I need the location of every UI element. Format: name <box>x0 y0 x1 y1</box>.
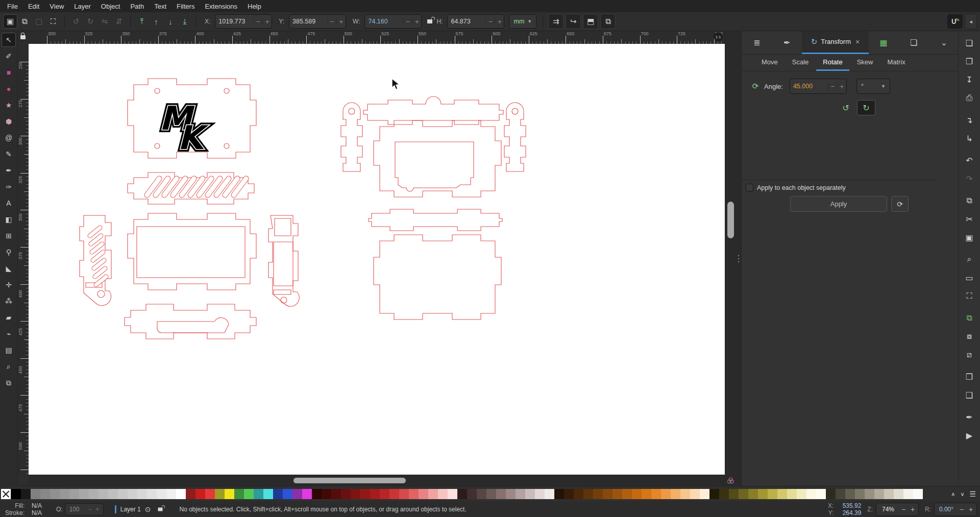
x-minus-button[interactable]: − <box>253 18 262 26</box>
palette-swatch[interactable] <box>574 489 583 499</box>
tool-node-editor[interactable]: ✐ <box>2 49 16 63</box>
cut-path[interactable] <box>274 242 293 286</box>
palette-swatch[interactable] <box>448 489 457 499</box>
palette-swatch[interactable] <box>263 489 273 499</box>
duplicate-button[interactable]: ⧉ <box>962 310 977 326</box>
w-minus-button[interactable]: − <box>403 18 412 26</box>
palette-swatch[interactable] <box>157 489 166 499</box>
apply-separately-row[interactable]: Apply to each object separately <box>746 184 846 191</box>
screw-hole[interactable] <box>512 108 518 114</box>
palette-swatch[interactable] <box>903 489 913 499</box>
palette-swatch[interactable] <box>283 489 292 499</box>
y-plus-button[interactable]: + <box>336 18 346 26</box>
palette-swatch[interactable] <box>913 489 923 499</box>
rotate-ccw-button[interactable]: ↺ <box>69 14 83 29</box>
palette-swatch[interactable] <box>797 489 806 499</box>
tool-text[interactable]: A <box>2 196 16 210</box>
palette-swatch[interactable] <box>874 489 884 499</box>
save-document-button[interactable]: ↧ <box>962 72 977 87</box>
tool-pen[interactable]: ✒ <box>2 163 16 178</box>
undo-button[interactable]: ↶ <box>962 153 977 168</box>
screw-hole[interactable] <box>281 297 287 303</box>
cut-path[interactable] <box>374 120 501 197</box>
menu-item[interactable]: Help <box>242 1 266 12</box>
palette-swatch[interactable] <box>758 489 768 499</box>
rotate-clockwise-button[interactable]: ↻ <box>857 100 875 115</box>
palette-swatch[interactable] <box>603 489 612 499</box>
angle-field[interactable]: 45.000 − + <box>790 79 847 94</box>
import-button[interactable]: ↴ <box>962 112 977 128</box>
ungroup-button[interactable]: ❑ <box>962 387 977 403</box>
cut-path[interactable] <box>157 317 229 333</box>
select-all-button[interactable]: ▣ <box>3 14 17 29</box>
no-color-swatch[interactable] <box>1 489 11 499</box>
tool-pencil[interactable]: ✎ <box>2 147 16 161</box>
y-minus-button[interactable]: − <box>327 18 336 26</box>
palette-swatch[interactable] <box>516 489 525 499</box>
drawing-svg[interactable]: M K M K <box>29 44 725 475</box>
raise-button[interactable]: ↑ <box>149 14 163 29</box>
palette-swatch[interactable] <box>661 489 671 499</box>
palette-swatch[interactable] <box>118 489 128 499</box>
palette-swatch[interactable] <box>341 489 351 499</box>
tool-measure[interactable]: ⧉ <box>2 376 16 390</box>
palette-swatch[interactable] <box>768 489 777 499</box>
palette-swatch[interactable] <box>700 489 709 499</box>
flip-vertical-button[interactable]: ⇵ <box>112 14 126 29</box>
apply-separately-checkbox[interactable] <box>746 184 753 191</box>
palette-swatch[interactable] <box>21 489 31 499</box>
zoom-plus-button[interactable]: + <box>908 505 917 513</box>
screw-hole[interactable] <box>155 88 160 93</box>
angle-plus-button[interactable]: + <box>837 83 846 90</box>
palette-swatch[interactable] <box>622 489 632 499</box>
tool-spray[interactable]: ⁂ <box>2 294 16 308</box>
x-plus-button[interactable]: + <box>262 18 272 26</box>
palette-swatch[interactable] <box>719 489 729 499</box>
palette-swatch[interactable] <box>564 489 574 499</box>
tool-zoom[interactable]: ⌕ <box>2 359 16 374</box>
palette-swatch[interactable] <box>322 489 331 499</box>
screw-hole[interactable] <box>224 143 229 149</box>
palette-swatch[interactable] <box>545 489 554 499</box>
palette-swatch[interactable] <box>525 489 535 499</box>
snap-toggle-button[interactable]: ⊃ % <box>947 14 963 29</box>
menu-item[interactable]: Layer <box>69 1 96 12</box>
cut-path[interactable] <box>268 215 299 306</box>
tool-eraser[interactable]: ▰ <box>2 310 16 325</box>
units-dropdown[interactable]: mm ▼ <box>509 14 536 29</box>
palette-swatch[interactable] <box>128 489 137 499</box>
menu-item[interactable]: File <box>2 1 23 12</box>
h-minus-button[interactable]: − <box>485 18 495 26</box>
redo-button[interactable]: ↷ <box>962 171 977 186</box>
cut-path[interactable] <box>369 209 502 231</box>
palette-swatch[interactable] <box>826 489 836 499</box>
layer-lock-icon[interactable] <box>158 507 163 511</box>
zoom-selection-button[interactable]: ⛶ <box>962 288 977 304</box>
color-management-icon[interactable] <box>725 475 736 486</box>
palette-swatch[interactable] <box>457 489 467 499</box>
palette-swatch[interactable] <box>438 489 448 499</box>
palette-swatch[interactable] <box>593 489 603 499</box>
palette-swatch[interactable] <box>535 489 545 499</box>
deselect-button[interactable]: ▢ <box>32 14 46 29</box>
palette-swatch[interactable] <box>99 489 108 499</box>
panel-splitter[interactable] <box>736 31 741 486</box>
palette-swatch[interactable] <box>215 489 225 499</box>
cut-path[interactable] <box>504 103 526 171</box>
tool-selector[interactable]: ↖ <box>2 33 16 47</box>
palette-swatch[interactable] <box>370 489 380 499</box>
cut-path[interactable] <box>341 103 362 171</box>
palette-swatch[interactable] <box>69 489 79 499</box>
new-document-button[interactable]: ❏ <box>962 35 977 51</box>
lock-ratio-icon[interactable] <box>427 19 432 23</box>
cut-path[interactable] <box>363 96 503 125</box>
menu-item[interactable]: Path <box>125 1 149 12</box>
rotation-field[interactable]: 0.00° − + <box>934 503 977 516</box>
tab-transform[interactable]: ↻ Transform × <box>802 31 868 54</box>
screw-hole[interactable] <box>224 88 229 93</box>
zoom-page-button[interactable]: ▭ <box>962 270 977 285</box>
tool-connector[interactable]: ⌁ <box>2 327 16 341</box>
tool-calligraphy[interactable]: ✑ <box>2 180 16 194</box>
palette-swatch[interactable] <box>312 489 322 499</box>
clone-button[interactable]: ⧇ <box>962 329 977 344</box>
